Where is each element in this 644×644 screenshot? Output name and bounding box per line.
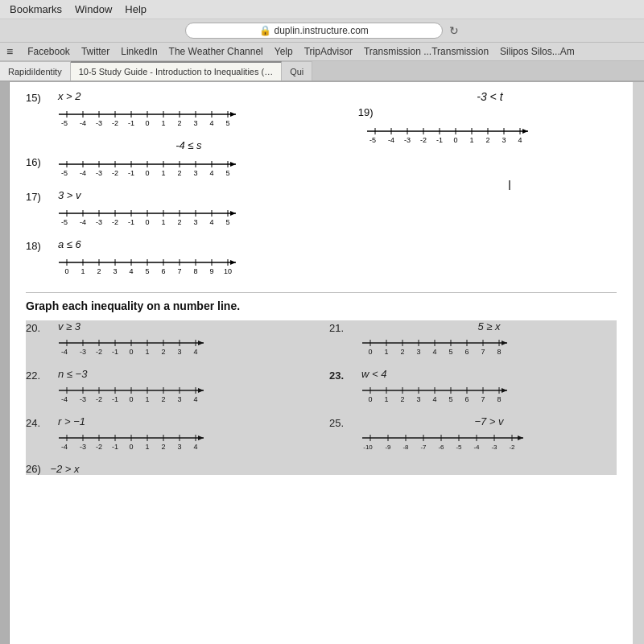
svg-text:-5: -5 <box>61 119 68 127</box>
svg-text:-5: -5 <box>61 169 68 177</box>
svg-text:1: 1 <box>145 348 149 356</box>
svg-text:9: 9 <box>209 267 213 275</box>
svg-text:-2: -2 <box>112 119 118 127</box>
prob-22-numberline: -4 -3 -2 -1 0 1 2 3 4 <box>55 382 208 403</box>
svg-text:8: 8 <box>193 267 197 275</box>
section-header: Graph each inequality on a number line. <box>26 299 617 312</box>
svg-text:0: 0 <box>145 119 149 127</box>
tab-qui[interactable]: Qui <box>282 61 312 80</box>
menu-help[interactable]: Help <box>125 3 147 15</box>
svg-text:3: 3 <box>193 218 197 226</box>
prob-22-num: 22. <box>26 368 55 382</box>
svg-text:-1: -1 <box>112 443 118 451</box>
bookmark-facebook[interactable]: Facebook <box>27 46 70 57</box>
tabs-row: RapidiIdentity 10-5 Study Guide - Introd… <box>0 61 644 82</box>
svg-text:7: 7 <box>177 267 181 275</box>
address-text: duplin.instructure.com <box>274 25 368 36</box>
svg-text:3: 3 <box>177 348 181 356</box>
svg-text:3: 3 <box>193 169 197 177</box>
svg-text:5: 5 <box>145 267 149 275</box>
cursor-i: I <box>508 179 617 193</box>
svg-text:7: 7 <box>481 348 485 356</box>
svg-text:2: 2 <box>161 348 165 356</box>
svg-text:5: 5 <box>225 218 229 226</box>
prob-18-expr: a ≤ 6 <box>58 238 323 250</box>
bookmark-yelp[interactable]: Yelp <box>275 46 293 57</box>
prob-25-expr: −7 > v <box>361 415 617 427</box>
lock-icon: 🔒 <box>259 25 271 36</box>
bookmark-weather[interactable]: The Weather Channel <box>169 46 263 57</box>
svg-text:0: 0 <box>368 395 372 403</box>
prob-26-num: 26) <box>26 463 41 475</box>
svg-text:5: 5 <box>225 119 229 127</box>
address-bar-row: 🔒 duplin.instructure.com ↻ <box>0 19 644 43</box>
prob-24-numberline: -4 -3 -2 -1 0 1 2 3 4 <box>55 430 208 451</box>
svg-text:1: 1 <box>145 443 149 451</box>
svg-text:2: 2 <box>485 136 489 144</box>
bookmark-silipos[interactable]: Silipos Silos...Am <box>500 46 575 57</box>
svg-marker-1 <box>230 112 236 117</box>
svg-text:-1: -1 <box>112 395 118 403</box>
bottom-left-col: 20. v ≥ 3 <box>26 320 313 475</box>
svg-text:4: 4 <box>193 443 197 451</box>
browser-frame: Bookmarks Window Help 🔒 duplin.instructu… <box>0 0 644 644</box>
menu-bar: Bookmarks Window Help <box>0 0 644 19</box>
left-strip <box>0 82 10 644</box>
svg-text:-3: -3 <box>96 218 102 226</box>
prob-15-expr: x > 2 <box>58 90 323 102</box>
bookmark-transmission[interactable]: Transmission ...Transmission <box>364 46 489 57</box>
prob-21-num: 21. <box>329 320 358 334</box>
svg-text:4: 4 <box>518 136 522 144</box>
svg-marker-139 <box>198 388 204 393</box>
svg-text:3: 3 <box>113 267 117 275</box>
svg-text:-4: -4 <box>473 444 480 451</box>
svg-text:-1: -1 <box>128 169 134 177</box>
tab-study-guide[interactable]: 10-5 Study Guide - Introduction to Inequ… <box>71 61 283 80</box>
prob-25-numberline: -10 -9 -8 -7 -6 -5 -4 -3 -2 <box>358 430 527 451</box>
svg-text:0: 0 <box>129 395 133 403</box>
prob-24-content: r > −1 <box>55 415 313 453</box>
svg-marker-25 <box>230 162 236 167</box>
prob-22-content: n ≤ −3 <box>55 368 313 406</box>
svg-text:-2: -2 <box>509 444 515 451</box>
svg-text:-3: -3 <box>96 119 102 127</box>
svg-text:-7: -7 <box>420 444 427 451</box>
bookmark-linkedin[interactable]: LinkedIn <box>121 46 157 57</box>
content-area: 15) x > 2 <box>0 82 644 644</box>
svg-text:1: 1 <box>80 267 85 275</box>
svg-text:6: 6 <box>464 395 469 403</box>
top-right-inequality: -3 < t <box>363 90 617 103</box>
bookmark-twitter[interactable]: Twitter <box>81 46 109 57</box>
svg-text:0: 0 <box>453 136 457 144</box>
prob-24-num: 24. <box>26 415 55 429</box>
menu-window[interactable]: Window <box>75 3 112 15</box>
svg-text:8: 8 <box>497 395 501 403</box>
svg-text:1: 1 <box>161 119 165 127</box>
menu-bookmarks[interactable]: Bookmarks <box>10 3 62 15</box>
refresh-button[interactable]: ↻ <box>449 24 459 37</box>
problems-right-col: -3 < t 19) <box>347 90 617 287</box>
svg-text:-1: -1 <box>128 218 134 226</box>
prob-16-num: 16) <box>26 155 55 168</box>
svg-text:1: 1 <box>145 395 149 403</box>
svg-text:-4: -4 <box>80 119 86 127</box>
bottom-right-col: 21. 5 ≥ x <box>329 320 617 475</box>
svg-text:5: 5 <box>448 348 452 356</box>
prob-25-content: −7 > v <box>358 415 617 453</box>
tab-rapididentity[interactable]: RapidiIdentity <box>0 61 71 80</box>
prob-21-numberline: 0 1 2 3 4 5 6 7 8 <box>358 335 511 356</box>
svg-marker-199 <box>502 388 507 393</box>
bookmark-tripadvisor[interactable]: TripAdvisor <box>304 46 353 57</box>
bottom-cols: 20. v ≥ 3 <box>26 320 617 475</box>
prob-23-content: w < 4 <box>358 368 617 406</box>
address-bar[interactable]: 🔒 duplin.instructure.com <box>185 23 443 39</box>
problem-21: 21. 5 ≥ x <box>329 320 617 358</box>
right-scrollbar[interactable] <box>633 82 644 644</box>
svg-text:-5: -5 <box>61 218 68 226</box>
prob-16-header-expr: -4 ≤ s <box>55 139 323 151</box>
svg-text:-4: -4 <box>61 395 68 403</box>
svg-text:-4: -4 <box>80 218 86 226</box>
sidebar-toggle[interactable]: ≡ <box>6 45 13 58</box>
svg-text:4: 4 <box>209 218 213 226</box>
section-divider <box>26 292 617 293</box>
